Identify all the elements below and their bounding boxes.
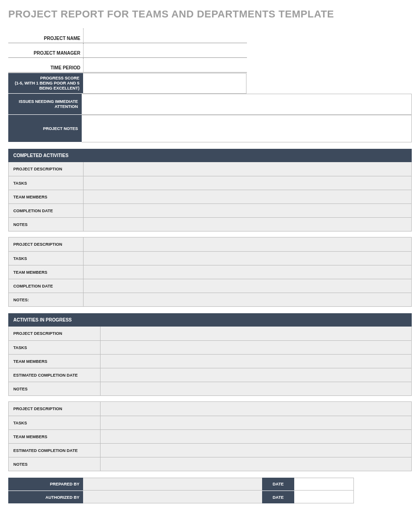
row-label: TASKS	[9, 252, 84, 265]
value-progress-score[interactable]	[83, 73, 246, 94]
value-authorized-date[interactable]	[294, 491, 354, 503]
row-label: TEAM MEMBERS	[9, 190, 84, 203]
value-project-manager[interactable]	[84, 43, 247, 58]
label-prepared-by: PREPARED BY	[8, 478, 83, 491]
field-progress-score: PROGRESS SCORE (1-5, WITH 1 BEING POOR A…	[8, 73, 412, 94]
label-time-period: TIME PERIOD	[8, 65, 83, 73]
label-progress-score: PROGRESS SCORE (1-5, WITH 1 BEING POOR A…	[8, 73, 83, 94]
row-label: PROJECT DESCRIPTION	[9, 162, 84, 176]
label-authorized-date: DATE	[262, 491, 294, 503]
value-authorized-by[interactable]	[83, 491, 262, 503]
row-label: NOTES	[9, 382, 101, 395]
row-label: TEAM MEMBERS	[9, 265, 84, 279]
field-project-notes: PROJECT NOTES	[8, 115, 412, 142]
value-issues[interactable]	[82, 94, 412, 115]
summary-fields: PROGRESS SCORE (1-5, WITH 1 BEING POOR A…	[8, 73, 412, 142]
row-label: NOTES	[9, 218, 84, 231]
row-value[interactable]	[84, 252, 411, 265]
value-prepared-by[interactable]	[83, 478, 262, 491]
value-prepared-date[interactable]	[294, 478, 354, 491]
label-authorized-by: AUTHORIZED BY	[8, 491, 83, 503]
field-time-period: TIME PERIOD	[8, 58, 412, 73]
row-value[interactable]	[101, 355, 411, 368]
row-label: TASKS	[9, 341, 101, 354]
row-value[interactable]	[101, 430, 411, 443]
value-project-notes[interactable]	[82, 115, 412, 142]
row-label: ESTIMATED COMPLETION DATE	[9, 444, 101, 457]
page-title: PROJECT REPORT FOR TEAMS AND DEPARTMENTS…	[8, 8, 412, 20]
row-label: NOTES	[9, 457, 101, 471]
in-progress-block-2: PROJECT DESCRIPTION TASKS TEAM MEMBERS E…	[8, 401, 412, 471]
row-value[interactable]	[101, 444, 411, 457]
in-progress-block-1: PROJECT DESCRIPTION TASKS TEAM MEMBERS E…	[8, 327, 412, 396]
label-project-notes: PROJECT NOTES	[8, 115, 82, 142]
prepared-by-row: PREPARED BY DATE	[8, 478, 412, 491]
row-label: COMPLETION DATE	[9, 279, 84, 293]
row-value[interactable]	[101, 327, 411, 340]
row-value[interactable]	[84, 265, 411, 279]
row-label: TASKS	[9, 416, 101, 429]
value-project-name[interactable]	[84, 28, 247, 43]
completed-block-2: PROJECT DESCRIPTION TASKS TEAM MEMBERS C…	[8, 237, 412, 307]
row-label: PROJECT DESCRIPTION	[9, 237, 84, 251]
row-label: ESTIMATED COMPLETION DATE	[9, 368, 101, 382]
row-value[interactable]	[84, 237, 411, 251]
value-time-period[interactable]	[84, 58, 247, 73]
field-project-manager: PROJECT MANAGER	[8, 43, 412, 58]
row-value[interactable]	[84, 293, 411, 306]
row-value[interactable]	[101, 368, 411, 382]
row-value[interactable]	[101, 457, 411, 471]
row-value[interactable]	[84, 204, 411, 217]
row-value[interactable]	[101, 402, 411, 416]
row-label: COMPLETION DATE	[9, 204, 84, 217]
label-issues: ISSUES NEEDING IMMEDIATE ATTENTION	[8, 94, 82, 115]
row-value[interactable]	[84, 176, 411, 190]
label-prepared-date: DATE	[262, 478, 294, 491]
row-label: PROJECT DESCRIPTION	[9, 402, 101, 416]
section-header-completed: COMPLETED ACTIVITIES	[8, 149, 412, 162]
header-fields: PROJECT NAME PROJECT MANAGER TIME PERIOD	[8, 28, 412, 73]
section-header-in-progress: ACTIVITIES IN PROGRESS	[8, 313, 412, 327]
signoff-block: PREPARED BY DATE AUTHORIZED BY DATE	[8, 478, 412, 503]
completed-block-1: PROJECT DESCRIPTION TASKS TEAM MEMBERS C…	[8, 162, 412, 231]
row-value[interactable]	[101, 341, 411, 354]
label-project-name: PROJECT NAME	[8, 36, 83, 43]
row-label: PROJECT DESCRIPTION	[9, 327, 101, 340]
row-value[interactable]	[84, 218, 411, 231]
field-issues: ISSUES NEEDING IMMEDIATE ATTENTION	[8, 94, 412, 115]
row-label: TEAM MEMBERS	[9, 430, 101, 443]
row-value[interactable]	[101, 382, 411, 395]
row-value[interactable]	[84, 162, 411, 176]
row-value[interactable]	[101, 416, 411, 429]
row-label: NOTES:	[9, 293, 84, 306]
row-value[interactable]	[84, 190, 411, 203]
authorized-by-row: AUTHORIZED BY DATE	[8, 491, 412, 503]
row-label: TASKS	[9, 176, 84, 190]
row-value[interactable]	[84, 279, 411, 293]
label-project-manager: PROJECT MANAGER	[8, 51, 83, 58]
row-label: TEAM MEMBERS	[9, 355, 101, 368]
field-project-name: PROJECT NAME	[8, 28, 412, 43]
